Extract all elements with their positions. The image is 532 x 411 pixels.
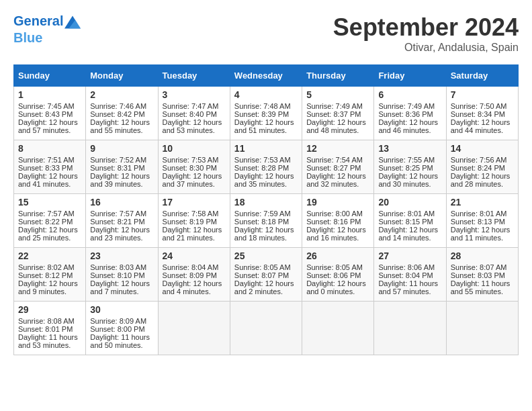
col-tuesday: Tuesday [158,65,230,87]
day-number: 24 [163,250,226,261]
col-thursday: Thursday [302,65,374,87]
day-number: 19 [306,197,369,208]
day-info: Sunrise: 7:52 AM [90,156,153,164]
title-area: September 2024 Otivar, Andalusia, Spain [333,13,519,54]
table-row: 20Sunrise: 8:01 AMSunset: 8:15 PMDayligh… [374,194,446,248]
day-info: Sunset: 8:01 PM [18,325,81,333]
day-number: 26 [306,250,369,261]
day-info: Sunrise: 8:09 AM [90,317,153,325]
day-number: 11 [234,143,298,154]
day-info: Daylight: 12 hours [90,279,153,287]
day-info: Daylight: 12 hours [234,118,298,126]
day-info: Daylight: 12 hours [378,226,441,234]
day-number: 22 [18,250,81,261]
day-number: 30 [90,304,153,315]
day-info: Daylight: 12 hours [306,226,369,234]
day-info: Sunset: 8:00 PM [90,325,153,333]
day-info: Daylight: 12 hours [18,172,81,180]
day-info: Sunrise: 7:57 AM [90,210,153,218]
table-row: 28Sunrise: 8:07 AMSunset: 8:03 PMDayligh… [446,248,518,302]
day-number: 6 [378,89,441,100]
table-row: 16Sunrise: 7:57 AMSunset: 8:21 PMDayligh… [86,194,158,248]
col-monday: Monday [86,65,158,87]
day-info: and 18 minutes. [234,234,298,242]
day-info: Sunrise: 7:49 AM [378,102,441,110]
day-number: 18 [234,197,298,208]
table-row: 23Sunrise: 8:03 AMSunset: 8:10 PMDayligh… [86,248,158,302]
day-info: Sunset: 8:33 PM [18,164,81,172]
day-info: and 30 minutes. [378,180,441,188]
day-info: Sunset: 8:06 PM [306,271,369,279]
day-info: Sunset: 8:13 PM [451,218,514,226]
table-row: 24Sunrise: 8:04 AMSunset: 8:09 PMDayligh… [158,248,230,302]
table-row: 3Sunrise: 7:47 AMSunset: 8:40 PMDaylight… [158,87,230,140]
day-info: Sunset: 8:19 PM [163,218,226,226]
day-info: Sunrise: 7:47 AM [163,102,226,110]
day-number: 23 [90,250,153,261]
day-info: and 55 minutes. [451,287,514,295]
day-info: and 25 minutes. [18,234,81,242]
day-number: 7 [451,89,514,100]
day-info: Sunset: 8:34 PM [451,110,514,118]
day-info: Daylight: 12 hours [90,118,153,126]
day-info: Daylight: 12 hours [451,226,514,234]
day-number: 21 [451,197,514,208]
table-row: 2Sunrise: 7:46 AMSunset: 8:42 PMDaylight… [86,87,158,140]
day-info: Daylight: 12 hours [90,226,153,234]
day-number: 17 [163,197,226,208]
table-row: 12Sunrise: 7:54 AMSunset: 8:27 PMDayligh… [302,140,374,194]
day-info: Sunrise: 7:57 AM [18,210,81,218]
day-info: and 53 minutes. [163,126,226,134]
day-info: Sunrise: 7:51 AM [18,156,81,164]
day-info: Sunset: 8:37 PM [306,110,369,118]
col-sunday: Sunday [14,65,86,87]
day-info: Sunset: 8:31 PM [90,164,153,172]
day-info: Sunrise: 8:00 AM [306,210,369,218]
day-info: Sunrise: 8:01 AM [378,210,441,218]
day-info: Sunrise: 7:55 AM [378,156,441,164]
day-info: Sunrise: 8:01 AM [451,210,514,218]
day-info: Daylight: 12 hours [163,118,226,126]
logo: GeneralBlue [13,13,81,45]
day-info: Sunset: 8:15 PM [378,218,441,226]
day-info: Sunset: 8:18 PM [234,218,298,226]
day-number: 25 [234,250,298,261]
table-row: 6Sunrise: 7:49 AMSunset: 8:36 PMDaylight… [374,87,446,140]
day-info: Daylight: 12 hours [234,226,298,234]
day-info: and 41 minutes. [18,180,81,188]
col-saturday: Saturday [446,65,518,87]
day-info: Sunset: 8:10 PM [90,271,153,279]
day-info: Daylight: 12 hours [163,279,226,287]
day-info: Sunrise: 8:06 AM [378,263,441,271]
table-row: 15Sunrise: 7:57 AMSunset: 8:22 PMDayligh… [14,194,86,248]
day-info: Daylight: 12 hours [163,226,226,234]
day-number: 10 [163,143,226,154]
table-row: 27Sunrise: 8:06 AMSunset: 8:04 PMDayligh… [374,248,446,302]
day-number: 27 [378,250,441,261]
day-info: Sunrise: 7:54 AM [306,156,369,164]
day-info: Sunset: 8:09 PM [163,271,226,279]
table-row: 7Sunrise: 7:50 AMSunset: 8:34 PMDaylight… [446,87,518,140]
day-number: 8 [18,143,81,154]
day-number: 16 [90,197,153,208]
day-info: Sunset: 8:04 PM [378,271,441,279]
month-title: September 2024 [333,13,519,42]
table-row [446,302,518,355]
header-row: Sunday Monday Tuesday Wednesday Thursday… [14,65,519,87]
table-row: 19Sunrise: 8:00 AMSunset: 8:16 PMDayligh… [302,194,374,248]
day-info: Sunrise: 7:49 AM [306,102,369,110]
day-number: 15 [18,197,81,208]
day-info: and 11 minutes. [451,234,514,242]
day-info: and 51 minutes. [234,126,298,134]
day-info: and 7 minutes. [90,287,153,295]
day-info: and 50 minutes. [90,341,153,349]
day-info: Sunset: 8:39 PM [234,110,298,118]
day-info: Daylight: 12 hours [234,279,298,287]
calendar-row: 8Sunrise: 7:51 AMSunset: 8:33 PMDaylight… [14,140,519,194]
day-info: and 35 minutes. [234,180,298,188]
day-info: and 0 minutes. [306,287,369,295]
table-row: 17Sunrise: 7:58 AMSunset: 8:19 PMDayligh… [158,194,230,248]
day-info: Sunset: 8:43 PM [18,110,81,118]
day-info: Sunrise: 7:45 AM [18,102,81,110]
table-row: 11Sunrise: 7:53 AMSunset: 8:28 PMDayligh… [230,140,302,194]
